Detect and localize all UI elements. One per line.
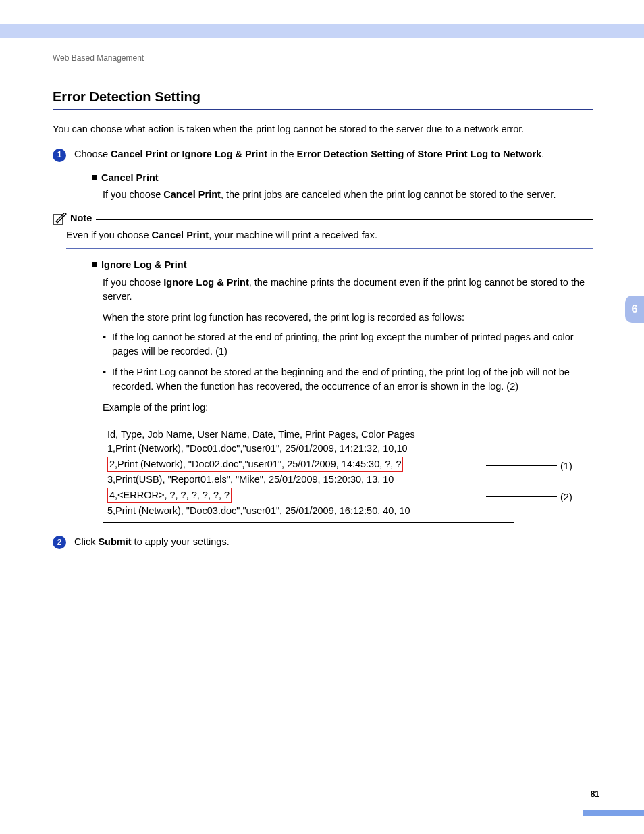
cancel-print-head: Cancel Print [101, 172, 159, 183]
log-row-2-highlight: 2,Print (Network), "Doc02.doc","user01",… [107, 457, 403, 472]
square-bullet-icon [92, 262, 97, 267]
page-content: Web Based Management Error Detection Set… [53, 53, 593, 556]
section-title: Error Detection Setting [53, 87, 593, 110]
ignore-b: Ignore Log & Print [163, 277, 248, 288]
step2-pre: Click [74, 536, 98, 547]
intro-text: You can choose what action is taken when… [53, 122, 593, 136]
ignore-head: Ignore Log & Print [101, 259, 186, 270]
callout-line-1 [486, 465, 557, 466]
log-row-5: 5,Print (Network), "Doc03.doc","user01",… [107, 504, 510, 518]
log-header: Id, Type, Job Name, User Name, Date, Tim… [107, 427, 510, 442]
ignore-bullet-2: If the Print Log cannot be stored at the… [103, 365, 593, 394]
note-label: Note [70, 211, 92, 226]
step1-mid1: or [168, 149, 182, 159]
cancel-b: Cancel Print [163, 189, 221, 200]
step1-text: Choose [74, 149, 111, 159]
log-row-1: 1,Print (Network), "Doc01.doc","user01",… [107, 442, 510, 456]
step2-post: to apply your settings. [132, 536, 230, 547]
step1-b2: Ignore Log & Print [182, 149, 267, 159]
ignore-recovered: When the store print log function has re… [103, 311, 593, 325]
log-example-wrap: Id, Type, Job Name, User Name, Date, Tim… [103, 423, 602, 523]
chapter-tab: 6 [625, 296, 644, 323]
ignore-bullet-list: If the log cannot be stored at the end o… [103, 330, 593, 394]
footer-accent-bar [583, 810, 644, 816]
step-2-body: Click Submit to apply your settings. [74, 535, 593, 550]
log-row-4-highlight: 4,<ERROR>, ?, ?, ?, ?, ?, ? [107, 488, 232, 503]
note-block: Note Even if you choose Cancel Print, yo… [53, 211, 593, 249]
note-post: , your machine will print a received fax… [209, 230, 377, 240]
page-number: 81 [591, 789, 599, 800]
note-divider [96, 219, 593, 220]
ignore-pre: If you choose [103, 277, 163, 288]
step1-mid2: in the [267, 149, 297, 159]
breadcrumb: Web Based Management [53, 53, 593, 64]
step1-b4: Store Print Log to Network [417, 149, 541, 159]
step1-b3: Error Detection Setting [297, 149, 404, 159]
note-pre: Even if you choose [66, 230, 152, 240]
callout-2: (2) [560, 490, 572, 504]
circle-2-icon: 2 [53, 536, 66, 549]
example-label: Example of the print log: [103, 400, 593, 415]
step1-post: . [541, 149, 544, 159]
note-pencil-icon [53, 213, 68, 225]
ignore-body: If you choose Ignore Log & Print, the ma… [103, 276, 593, 394]
cancel-pre: If you choose [103, 189, 163, 200]
note-body: Even if you choose Cancel Print, your ma… [66, 228, 593, 249]
step-number-icon: 2 [53, 535, 69, 550]
sub-item-cancel-print: Cancel Print If you choose Cancel Print,… [92, 171, 593, 202]
step1-b1: Cancel Print [111, 149, 168, 159]
step-number-icon: 1 [53, 147, 69, 202]
cancel-post: , the print jobs are canceled when the p… [221, 189, 556, 200]
step-1-body: Choose Cancel Print or Ignore Log & Prin… [74, 147, 593, 202]
ignore-bullet-1: If the log cannot be stored at the end o… [103, 330, 593, 359]
step2-b: Submit [98, 536, 131, 547]
sub-item-ignore-log: Ignore Log & Print If you choose Ignore … [92, 258, 593, 522]
step1-mid3: of [404, 149, 417, 159]
log-example-box: Id, Type, Job Name, User Name, Date, Tim… [103, 423, 514, 523]
callout-line-2 [486, 496, 557, 497]
square-bullet-icon [92, 175, 97, 180]
log-row-3: 3,Print(USB), "Report01.els", "Mike", 25… [107, 473, 510, 487]
circle-1-icon: 1 [53, 149, 66, 162]
step-1: 1 Choose Cancel Print or Ignore Log & Pr… [53, 147, 593, 202]
callout-1: (1) [560, 459, 572, 473]
cancel-print-body: If you choose Cancel Print, the print jo… [103, 188, 593, 202]
note-b: Cancel Print [152, 230, 209, 240]
step-2: 2 Click Submit to apply your settings. [53, 535, 593, 550]
header-accent-bar [0, 24, 644, 38]
